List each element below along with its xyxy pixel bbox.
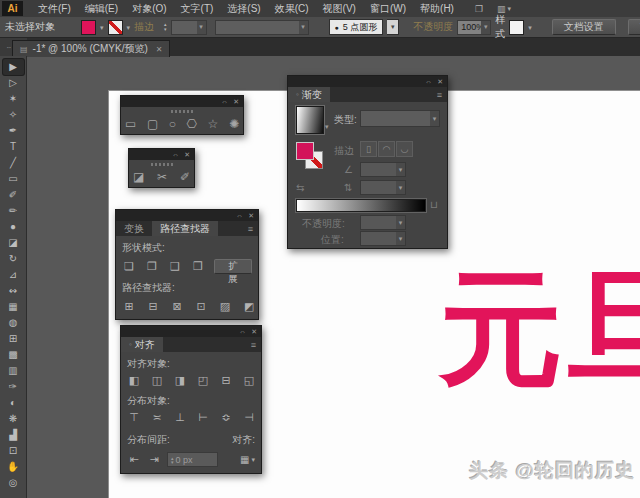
bridge-icon[interactable]: ❐ <box>475 4 483 14</box>
column-graph-tool[interactable]: ▟ <box>3 427 24 443</box>
fill-dropdown-icon[interactable]: ▾ <box>100 24 104 31</box>
opacity-label[interactable]: 不透明度 <box>413 20 453 34</box>
menu-edit[interactable]: 编辑(E) <box>78 2 125 16</box>
gradient-along-stroke-icon[interactable]: ◠ <box>378 141 395 157</box>
lasso-tool[interactable]: ✧ <box>3 107 24 123</box>
spacing-stepper[interactable]: ▴ ▾ <box>171 456 174 464</box>
line-segment-tool[interactable]: ╱ <box>3 155 24 171</box>
minus-front-icon[interactable]: ❐ <box>145 260 159 273</box>
brush-dropdown-icon[interactable]: ▾ <box>387 19 399 35</box>
vertical-space-icon[interactable]: ⇤ <box>127 453 141 466</box>
panel-titlebar[interactable]: ⇔ ✕ <box>116 210 258 221</box>
trim-icon[interactable]: ⊟ <box>146 300 160 313</box>
menu-window[interactable]: 窗口(W) <box>363 2 413 16</box>
gradient-fill-thumbnail[interactable] <box>296 106 324 134</box>
rotate-tool[interactable]: ↻ <box>3 251 24 267</box>
opacity-field[interactable]: 100% ▾ <box>457 20 491 35</box>
close-icon[interactable]: ✕ <box>248 212 254 219</box>
eraser-tool-icon[interactable]: ◪ <box>133 170 144 184</box>
star-tool-icon[interactable]: ☆ <box>208 117 219 131</box>
flare-tool-icon[interactable]: ✺ <box>229 117 239 131</box>
tab-transform[interactable]: 变换 <box>116 221 152 236</box>
stroke-dropdown-icon[interactable]: ▾ <box>127 24 131 31</box>
distribute-right-icon[interactable]: ⊣ <box>242 411 256 424</box>
collapse-icon[interactable]: ⇔ <box>425 78 432 85</box>
align-h-center-icon[interactable]: ◫ <box>150 374 164 387</box>
gradient-tool[interactable]: ▥ <box>3 363 24 379</box>
divide-icon[interactable]: ⊞ <box>122 300 136 313</box>
align-right-icon[interactable]: ◨ <box>173 374 187 387</box>
menu-help[interactable]: 帮助(H) <box>413 2 461 16</box>
stroke-weight-label[interactable]: 描边 <box>134 20 154 34</box>
artwork-text[interactable]: 元旦 <box>439 264 640 394</box>
selection-tool[interactable]: ▶ <box>3 59 24 75</box>
menu-select[interactable]: 选择(S) <box>220 2 267 16</box>
distribute-left-icon[interactable]: ⊢ <box>196 411 210 424</box>
stroke-weight-field[interactable]: ▾ <box>171 20 207 35</box>
canvas-area[interactable]: 元旦 头条 @轮回的历史 ⇔ ✕ ▭ ▢ ○ ⎔ ☆ ✺ ⇔ ✕ <box>27 56 640 498</box>
tab-gradient[interactable]: ◦ 渐变 <box>288 87 330 102</box>
align-left-icon[interactable]: ◧ <box>127 374 141 387</box>
symbol-sprayer-tool[interactable]: ❋ <box>3 411 24 427</box>
merge-icon[interactable]: ⊠ <box>170 300 184 313</box>
gradient-across-stroke-icon[interactable]: ◡ <box>396 141 413 157</box>
type-tool[interactable]: T <box>3 139 24 155</box>
scale-tool[interactable]: ⊿ <box>3 267 24 283</box>
horizontal-space-icon[interactable]: ⇥ <box>147 453 161 466</box>
collapse-icon[interactable]: ⇔ <box>239 328 246 335</box>
exclude-icon[interactable]: ❒ <box>191 260 205 273</box>
brush-definition-dropdown[interactable]: ● 5 点圆形 <box>329 19 384 35</box>
free-transform-tool[interactable]: ▦ <box>3 299 24 315</box>
panel-menu-icon[interactable]: ≡ <box>437 87 447 102</box>
document-close-icon[interactable]: ✕ <box>156 45 163 54</box>
drag-handle[interactable] <box>151 163 173 166</box>
crop-icon[interactable]: ⊡ <box>194 300 208 313</box>
aspect-ratio-field[interactable]: ▾ <box>360 180 406 195</box>
panel-menu-icon[interactable]: ≡ <box>251 337 261 352</box>
close-icon[interactable]: ✕ <box>437 78 443 85</box>
rectangle-tool-icon[interactable]: ▭ <box>125 117 136 131</box>
document-tab[interactable]: ▤ -1* @ 100% (CMYK/预览) ✕ <box>12 40 170 57</box>
menu-file[interactable]: 文件(F) <box>31 2 78 16</box>
stroke-color-swatch[interactable] <box>108 20 123 35</box>
mesh-tool[interactable]: ▩ <box>3 347 24 363</box>
pen-tool[interactable]: ✒ <box>3 123 24 139</box>
workspace-switcher[interactable]: ▥ ▾ <box>497 4 511 14</box>
align-to-dropdown[interactable]: ▦ ▾ <box>240 454 255 465</box>
collapse-icon[interactable]: ⇔ <box>172 151 179 158</box>
gradient-opacity-field[interactable]: ▾ <box>360 215 406 230</box>
menu-type[interactable]: 文字(T) <box>174 2 221 16</box>
fill-color-swatch[interactable] <box>81 20 96 35</box>
distribute-h-center-icon[interactable]: ≎ <box>219 411 233 424</box>
menu-object[interactable]: 对象(O) <box>125 2 173 16</box>
artboard-tool[interactable]: ⊡ <box>3 443 24 459</box>
minus-back-icon[interactable]: ◩ <box>242 300 256 313</box>
zoom-tool[interactable]: ◎ <box>3 475 24 491</box>
intersect-icon[interactable]: ❑ <box>168 260 182 273</box>
scissors-tool-icon[interactable]: ✂ <box>157 170 167 184</box>
paintbrush-tool[interactable]: ✐ <box>3 187 24 203</box>
width-profile-dropdown[interactable]: ▾ <box>215 20 309 35</box>
document-setup-button[interactable]: 文档设置 <box>552 19 616 35</box>
panel-titlebar[interactable]: ⇔ ✕ <box>288 76 447 87</box>
magic-wand-tool[interactable]: ✶ <box>3 91 24 107</box>
collapse-icon[interactable]: ⇔ <box>236 212 243 219</box>
delete-stop-icon[interactable]: ⊔ <box>430 199 438 210</box>
tab-align[interactable]: ◦ 对齐 <box>121 337 163 352</box>
pencil-tool[interactable]: ✏ <box>3 203 24 219</box>
knife-tool-icon[interactable]: ✐ <box>180 170 190 184</box>
blend-tool[interactable]: ◐ <box>3 395 24 411</box>
gradient-location-field[interactable]: ▾ <box>360 231 406 246</box>
rectangle-tool[interactable]: ▭ <box>3 171 24 187</box>
outline-icon[interactable]: ▨ <box>218 300 232 313</box>
gradient-type-dropdown[interactable]: ▾ <box>360 110 440 127</box>
ellipse-tool-icon[interactable]: ○ <box>169 117 176 131</box>
style-dropdown-icon[interactable]: ▾ <box>528 24 532 31</box>
reverse-gradient-icon[interactable]: ⇆ <box>296 182 304 193</box>
hand-tool[interactable]: ✋ <box>3 459 24 475</box>
align-v-center-icon[interactable]: ⊟ <box>219 374 233 387</box>
panel-titlebar[interactable]: ⇔ ✕ <box>129 149 194 160</box>
close-icon[interactable]: ✕ <box>233 98 239 105</box>
angle-field[interactable]: ▾ <box>360 162 406 177</box>
rounded-rectangle-tool-icon[interactable]: ▢ <box>147 117 158 131</box>
